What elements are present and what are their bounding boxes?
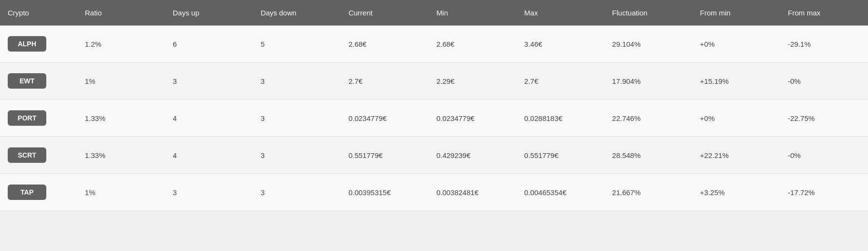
cell-from_max: -0%: [780, 137, 868, 174]
cell-fluctuation: 29.104%: [604, 26, 692, 63]
crypto-table-container: Crypto Ratio Days up Days down Current M…: [0, 0, 868, 211]
table-header-row: Crypto Ratio Days up Days down Current M…: [0, 0, 868, 26]
cell-days_up: 3: [165, 63, 253, 100]
cell-ratio: 1.2%: [77, 26, 165, 63]
cell-fluctuation: 21.667%: [604, 174, 692, 211]
col-header-from-max: From max: [780, 0, 868, 26]
cell-current: 0.0234779€: [341, 100, 429, 137]
cell-crypto: TAP: [0, 174, 77, 211]
cell-ratio: 1.33%: [77, 137, 165, 174]
cell-fluctuation: 17.904%: [604, 63, 692, 100]
cell-min: 0.429239€: [429, 137, 516, 174]
crypto-badge: TAP: [8, 185, 46, 200]
crypto-badge: ALPH: [8, 36, 46, 52]
cell-from_min: +22.21%: [692, 137, 780, 174]
cell-fluctuation: 28.548%: [604, 137, 692, 174]
col-header-crypto: Crypto: [0, 0, 77, 26]
cell-current: 2.68€: [341, 26, 429, 63]
cell-ratio: 1%: [77, 63, 165, 100]
cell-current: 2.7€: [341, 63, 429, 100]
cell-crypto: SCRT: [0, 137, 77, 174]
cell-ratio: 1%: [77, 174, 165, 211]
cell-max: 0.0288183€: [516, 100, 604, 137]
crypto-badge: SCRT: [8, 147, 46, 163]
cell-current: 0.00395315€: [341, 174, 429, 211]
cell-min: 0.00382481€: [429, 174, 516, 211]
crypto-badge: PORT: [8, 110, 46, 126]
cell-ratio: 1.33%: [77, 100, 165, 137]
table-row: SCRT1.33%430.551779€0.429239€0.551779€28…: [0, 137, 868, 174]
col-header-min: Min: [429, 0, 516, 26]
cell-days_down: 3: [253, 100, 340, 137]
col-header-current: Current: [341, 0, 429, 26]
col-header-max: Max: [516, 0, 604, 26]
cell-days_up: 6: [165, 26, 253, 63]
cell-max: 3.46€: [516, 26, 604, 63]
cell-days_down: 3: [253, 137, 340, 174]
col-header-days-down: Days down: [253, 0, 340, 26]
cell-days_down: 5: [253, 26, 340, 63]
crypto-badge: EWT: [8, 73, 46, 89]
col-header-days-up: Days up: [165, 0, 253, 26]
cell-days_up: 4: [165, 137, 253, 174]
cell-from_max: -29.1%: [780, 26, 868, 63]
cell-max: 0.551779€: [516, 137, 604, 174]
cell-crypto: EWT: [0, 63, 77, 100]
table-row: TAP1%330.00395315€0.00382481€0.00465354€…: [0, 174, 868, 211]
cell-from_min: +15.19%: [692, 63, 780, 100]
table-row: EWT1%332.7€2.29€2.7€17.904%+15.19%-0%: [0, 63, 868, 100]
cell-days_up: 3: [165, 174, 253, 211]
cell-days_up: 4: [165, 100, 253, 137]
cell-from_min: +3.25%: [692, 174, 780, 211]
cell-fluctuation: 22.746%: [604, 100, 692, 137]
table-row: ALPH1.2%652.68€2.68€3.46€29.104%+0%-29.1…: [0, 26, 868, 63]
cell-days_down: 3: [253, 63, 340, 100]
cell-crypto: PORT: [0, 100, 77, 137]
cell-min: 2.68€: [429, 26, 516, 63]
crypto-table: Crypto Ratio Days up Days down Current M…: [0, 0, 868, 211]
cell-max: 0.00465354€: [516, 174, 604, 211]
col-header-fluctuation: Fluctuation: [604, 0, 692, 26]
cell-from_max: -22.75%: [780, 100, 868, 137]
cell-from_max: -17.72%: [780, 174, 868, 211]
table-row: PORT1.33%430.0234779€0.0234779€0.0288183…: [0, 100, 868, 137]
cell-from_min: +0%: [692, 26, 780, 63]
col-header-ratio: Ratio: [77, 0, 165, 26]
cell-from_max: -0%: [780, 63, 868, 100]
cell-min: 0.0234779€: [429, 100, 516, 137]
cell-crypto: ALPH: [0, 26, 77, 63]
col-header-from-min: From min: [692, 0, 780, 26]
cell-max: 2.7€: [516, 63, 604, 100]
cell-current: 0.551779€: [341, 137, 429, 174]
cell-days_down: 3: [253, 174, 340, 211]
cell-from_min: +0%: [692, 100, 780, 137]
cell-min: 2.29€: [429, 63, 516, 100]
